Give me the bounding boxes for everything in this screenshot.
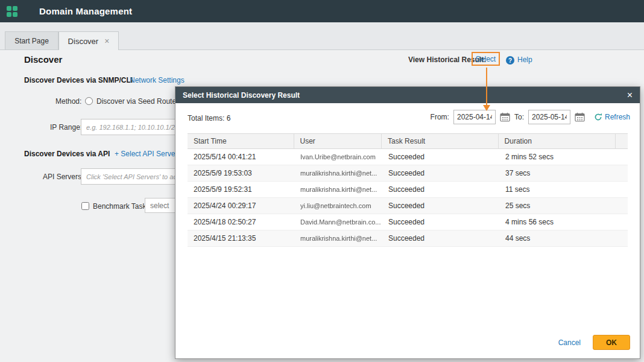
cell-user: muralikrishna.kirthi@net... [294, 170, 382, 177]
ok-button[interactable]: OK [593, 335, 630, 350]
refresh-icon [594, 113, 602, 121]
cell-start-time: 2025/5/9 19:52:31 [188, 185, 294, 194]
snmp-section-label: Discover Devices via SNMP/CLI [24, 76, 133, 84]
cell-duration: 4 mins 56 secs [499, 218, 617, 226]
table-row[interactable]: 2025/5/9 19:53:03muralikrishna.kirthi@ne… [188, 165, 628, 182]
api-section-label: Discover Devices via API [24, 150, 110, 158]
table-row[interactable]: 2025/5/9 19:52:31muralikrishna.kirthi@ne… [188, 182, 628, 198]
cell-user: muralikrishna.kirthi@net... [294, 235, 382, 242]
tab-discover-label: Discover [68, 37, 99, 46]
table-row[interactable]: 2025/4/18 02:50:27David.Mann@netbrain.co… [188, 214, 628, 230]
dialog-header: Select Historical Discovery Result × [175, 87, 640, 103]
annotation-arrow [486, 68, 487, 106]
cell-start-time: 2025/5/9 19:53:03 [188, 169, 294, 177]
cell-task-result: Succeeded [382, 202, 499, 210]
calendar-icon[interactable] [500, 112, 510, 122]
total-items-label: Total Items: 6 [188, 114, 230, 122]
cell-task-result: Succeeded [382, 153, 499, 161]
historical-select-link[interactable]: Select [476, 55, 496, 63]
column-duration[interactable]: Duration [499, 134, 616, 148]
history-table: Start Time User Task Result Duration 202… [188, 133, 628, 247]
cell-task-result: Succeeded [382, 169, 499, 177]
app-title: Domain Management [39, 6, 132, 16]
cell-duration: 25 secs [499, 202, 617, 210]
cell-start-time: 2025/4/15 21:13:35 [188, 234, 294, 243]
cell-user: muralikrishna.kirthi@net... [294, 186, 382, 193]
benchmark-task-label: Benchmark Task: [93, 202, 148, 211]
help-icon[interactable]: ? [506, 56, 514, 65]
grid-square [7, 12, 11, 17]
annotation-arrow-head [483, 105, 490, 111]
column-start-time[interactable]: Start Time [188, 134, 294, 148]
cell-user: Ivan.Uribe@netbrain.com [294, 153, 382, 160]
cell-duration: 37 secs [499, 169, 617, 177]
cell-duration: 11 secs [499, 185, 617, 194]
page-title: Discover [24, 54, 62, 65]
apps-grid-icon[interactable] [7, 6, 17, 17]
historical-result-dialog: Select Historical Discovery Result × Tot… [175, 86, 640, 359]
tab-bar: Start Page Discover × [0, 22, 644, 50]
column-filler [616, 134, 628, 148]
cell-user: David.Mann@netbrain.co... [294, 218, 382, 226]
table-row[interactable]: 2025/4/15 21:13:35muralikrishna.kirthi@n… [188, 230, 628, 247]
column-task-result[interactable]: Task Result [382, 134, 498, 148]
grid-square [7, 6, 11, 11]
method-label: Method: [55, 97, 81, 106]
tab-close-icon[interactable]: × [104, 37, 109, 45]
cell-duration: 44 secs [499, 234, 617, 243]
cell-user: yi.liu@netbraintech.com [294, 202, 382, 209]
grid-square [13, 6, 17, 11]
calendar-icon[interactable] [575, 112, 585, 122]
api-servers-label: API Servers: [43, 173, 83, 181]
history-table-body: 2025/5/14 00:41:21Ivan.Uribe@netbrain.co… [188, 149, 628, 247]
annotation-highlight-box: Select [472, 52, 500, 66]
network-settings-link[interactable]: Network Settings [130, 76, 185, 84]
dialog-title: Select Historical Discovery Result [183, 91, 627, 100]
from-date-input[interactable] [453, 110, 496, 124]
date-filter-row: From: To: [431, 110, 630, 124]
column-user[interactable]: User [294, 134, 382, 148]
refresh-label: Refresh [605, 113, 630, 121]
cancel-button[interactable]: Cancel [558, 338, 581, 347]
app-header: Domain Management [0, 0, 644, 22]
cell-task-result: Succeeded [382, 218, 499, 226]
cell-start-time: 2025/4/18 02:50:27 [188, 218, 294, 226]
seed-routers-radio[interactable] [85, 97, 93, 105]
refresh-button[interactable]: Refresh [594, 113, 630, 121]
from-label: From: [431, 113, 449, 121]
table-row[interactable]: 2025/5/14 00:41:21Ivan.Uribe@netbrain.co… [188, 149, 628, 165]
to-label: To: [514, 113, 524, 121]
tab-discover[interactable]: Discover × [58, 31, 119, 50]
history-table-header: Start Time User Task Result Duration [188, 133, 628, 149]
cell-start-time: 2025/5/14 00:41:21 [188, 153, 294, 161]
select-api-servers-link[interactable]: + Select API Servers [115, 150, 181, 158]
benchmark-task-checkbox[interactable] [81, 202, 89, 210]
to-date-input[interactable] [528, 110, 570, 124]
table-row[interactable]: 2025/4/24 00:29:17yi.liu@netbraintech.co… [188, 198, 628, 214]
cell-task-result: Succeeded [382, 234, 499, 243]
tab-start-page[interactable]: Start Page [5, 31, 58, 49]
seed-routers-radio-label: Discover via Seed Routers [96, 97, 182, 106]
dialog-close-icon[interactable]: × [627, 91, 633, 100]
ip-range-label: IP Range: [50, 123, 82, 132]
tab-start-page-label: Start Page [14, 37, 49, 45]
benchmark-task-select-value: select [150, 202, 169, 210]
grid-square [13, 12, 17, 17]
screen: Domain Management Start Page Discover × … [0, 0, 644, 362]
cell-duration: 2 mins 52 secs [499, 153, 617, 161]
cell-task-result: Succeeded [382, 185, 499, 194]
cell-start-time: 2025/4/24 00:29:17 [188, 202, 294, 210]
help-link[interactable]: Help [517, 56, 532, 64]
dialog-footer: Cancel OK [558, 335, 630, 350]
